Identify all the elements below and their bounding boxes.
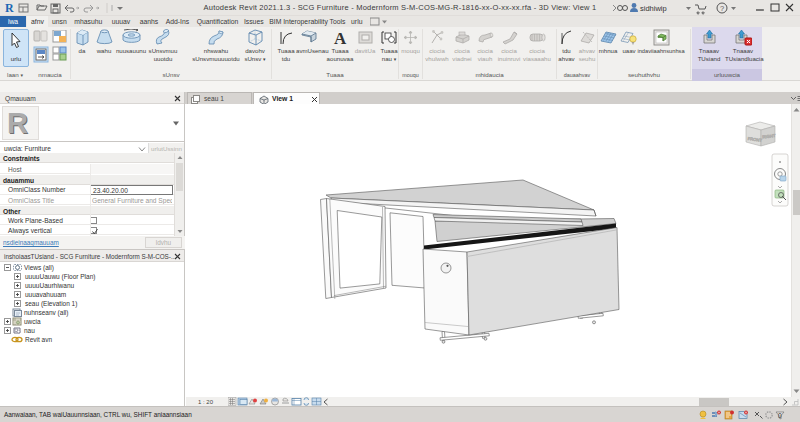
svg-text:sidhiwip: sidhiwip <box>640 4 667 13</box>
svg-text:R: R <box>7 108 28 138</box>
svg-text:0: 0 <box>778 412 782 419</box>
svg-text:A: A <box>334 29 347 46</box>
svg-text:?: ? <box>720 4 724 13</box>
